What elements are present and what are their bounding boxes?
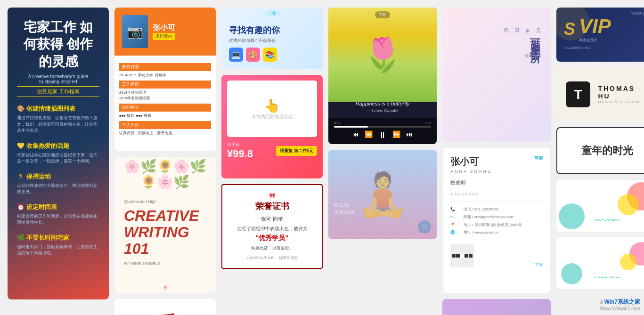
- health-bracket-4: 元: [535, 15, 541, 24]
- fun-title: 寻找有趣的你: [229, 24, 315, 36]
- item-title-1: 🎨 创建情绪插图列表: [17, 105, 99, 113]
- card-fun[interactable]: 下载 寻找有趣的你 优秀的你与我们不谋而合 💻 🎨 📚: [221, 8, 323, 69]
- cert-date: 2020年01月01日: [246, 256, 275, 260]
- card-resume[interactable]: 📷 张小可 求职意向 教育背景 2014-2017 学化大学 传媒学 工作经历 …: [114, 8, 216, 151]
- fun-icon-1: 💻: [229, 48, 243, 62]
- fun-content: 寻找有趣的你 优秀的你与我们不谋而合 💻 🎨 📚: [229, 24, 315, 62]
- card-product[interactable]: 👆 请将商品图拖至此处 到手价 ¥99.8 限量抢 第二件0元: [221, 75, 323, 178]
- health-bracket-3: 本: [524, 15, 531, 24]
- card-girl[interactable]: 🧘 好/生/活 学/型/入/选 ♡: [328, 150, 437, 239]
- next-icon[interactable]: ⏭: [406, 130, 413, 140]
- biz-canva-label: 可画: [535, 262, 543, 267]
- prev-icon[interactable]: ⏮: [352, 130, 359, 140]
- card-creative[interactable]: 🌸🌿🌻🌸🌿🌻🌸🌿 🍁🌺🌼🍁🌺🌼🍁🌺 Quarinwood High CREATI…: [114, 157, 216, 293]
- logo-char: 禾: [154, 310, 177, 315]
- cert-footer: 2020年01月01日 优秀学员团: [230, 255, 314, 260]
- progress-bar[interactable]: [334, 126, 431, 128]
- resume-photo: 📷: [122, 15, 148, 48]
- cert-honor: "优秀学员": [230, 234, 314, 242]
- home-work-item-3: 🏃 保持运动 运动能释放你的大脑创造力，帮助你找到新的灵感。: [17, 172, 99, 195]
- health-bracket-1: 回: [503, 15, 510, 24]
- item-title-2: 💛 收集热爱的话题: [17, 142, 99, 150]
- home-work-item-2: 💛 收集热爱的话题 将那些让你心跳加速的话题记录下来，也许是一篇文章，一段旋律，…: [17, 142, 99, 165]
- home-work-tag: 创意居家 工作指南: [17, 86, 99, 97]
- girl-heart-btn[interactable]: ♡: [418, 220, 431, 234]
- card-logo[interactable]: 禾 一品青禾 YI PIN QING HE 可画: [114, 299, 216, 315]
- card-certificate[interactable]: 🎀 荣誉证书 张可 同学 在经了期组织中表现出色，被评为 "优秀学员" 特发此证…: [221, 184, 323, 269]
- music-background: 🌷: [328, 8, 437, 102]
- drag-icon: 👆: [264, 98, 280, 113]
- vip-logo: YOUR LOGO: [631, 11, 644, 16]
- resume-body: 教育背景 2014-2017 学化大学 传媒学 工作经历 2014年经验经理 2…: [114, 56, 216, 141]
- card-health[interactable]: 回 日 本 元 可画养生会所 健康相伴: [442, 8, 551, 142]
- home-work-item-4: ⏰ 设定时间表 制定合理的工作时间表，让创意在规律的生活中蓬勃生长。: [17, 203, 99, 226]
- gallery: 宅家工作 如何获得 创作的灵感 A creative homebody's gu…: [0, 0, 644, 315]
- placeholder-text: 请将商品图拖至此处: [251, 113, 293, 120]
- resume-badge: 求职意向: [153, 33, 175, 40]
- work-row-2: 2019年资深级经理: [119, 96, 211, 101]
- price-area: 到手价 ¥99.8: [227, 142, 253, 160]
- card-circles-1[interactable]: 〰〰〰: [556, 180, 644, 232]
- floral-top: 🌸🌿🌻🌸🌿🌻🌸🌿 🍁🌺🌼🍁🌺🌼🍁🌺: [114, 157, 216, 190]
- biz-address: 地址 / 深圳市南山区金色房业001号: [464, 222, 522, 228]
- card-home-work[interactable]: 宅家工作 如何获得 创作的灵感 A creative homebody's gu…: [8, 8, 109, 299]
- rewind-icon[interactable]: ⏪: [365, 130, 373, 140]
- home-work-subtitle-en: A creative homebody's guideto staying in…: [17, 74, 99, 84]
- creative-deco: 🌸: [114, 285, 216, 290]
- control-row: ⏮ ⏪ ⏸ ⏩ ⏭: [334, 130, 431, 140]
- home-work-title: 宅家工作 如何获得 创作的灵感: [17, 19, 99, 70]
- resume-header: 📷 张小可 求职意向: [114, 8, 216, 56]
- cert-ribbon: 🎀: [230, 193, 314, 199]
- item-desc-5: 适时走出家门，接触新鲜事物，让灵感在生活的每个角落涌现。: [17, 244, 99, 257]
- qr-code: [450, 244, 474, 267]
- vip-subtitle: 尊贵会员卡: [579, 38, 611, 43]
- thomas-logo-char: T: [574, 87, 582, 102]
- girl-tag-2: 学/型/入/选: [334, 210, 355, 216]
- music-quote: Happiness is a butterfly: [328, 101, 437, 106]
- watermark-title: Win7系统之家: [604, 299, 640, 305]
- health-sub: 健康相伴: [452, 53, 541, 59]
- biz-job-title-en: MASSEUSE: [450, 192, 492, 196]
- card-music[interactable]: 🌷 下载 Happiness is a butterfly — Lewis Ca…: [328, 8, 437, 144]
- health-bracket-2: 日: [514, 15, 520, 24]
- home-work-item-1: 🎨 创建情绪插图列表 通过寻找视觉灵感，让创意在视觉冲击下激发，我们一起探索不同…: [17, 105, 99, 134]
- biz-name: 张小可: [450, 155, 492, 168]
- forward-icon[interactable]: ⏩: [392, 130, 400, 140]
- cert-congrats: 特发此证，以资鼓励。: [230, 245, 314, 251]
- card-circles-2[interactable]: 〰〰〰: [556, 237, 644, 289]
- card-thomas[interactable]: T THOMAS HU DESIGN STUDIO: [556, 67, 644, 121]
- cert-desc: 在经了期组织中表现出色，被评为: [230, 226, 314, 232]
- biz-website: 网址 / www.canva.cn: [464, 229, 498, 236]
- product-image-area: 👆 请将商品图拖至此处: [227, 81, 317, 137]
- resume-name: 张小可: [153, 23, 175, 33]
- biz-top-row: 张小可 ANNA ZHANG 按摩师 MASSEUSE 可画: [450, 155, 543, 196]
- card-bizcard[interactable]: 张小可 ANNA ZHANG 按摩师 MASSEUSE 可画 📞 电话 / 00…: [442, 147, 551, 293]
- music-author: — Lewis Capaldi: [328, 108, 437, 113]
- card-beauty[interactable]: ✿ Sunshine Beauty: [442, 299, 551, 315]
- biz-email: 邮箱 / cnsupport@canva.com: [464, 214, 513, 220]
- time-current: 0:00: [334, 121, 341, 125]
- col-3: 下载 寻找有趣的你 优秀的你与我们不谋而合 💻 🎨 📚 👆 请将商品图拖至此处 …: [221, 8, 323, 269]
- watermark: ⊞ Win7系统之家 Www.Winwin7.com: [599, 298, 640, 311]
- home-work-item-5: 🌿 不要长时间宅家 适时走出家门，接触新鲜事物，让灵感在生活的每个角落涌现。: [17, 234, 99, 257]
- time-display: 0:00 3:27: [334, 121, 431, 125]
- school-name: Quarinwood High: [124, 199, 206, 204]
- price-value: ¥99.8: [227, 148, 253, 160]
- health-bracket-area: 回 日 本 元: [452, 15, 541, 26]
- biz-divider: [450, 201, 543, 202]
- cert-org: 优秀学员团: [279, 256, 298, 260]
- wave-line-1: 〰〰〰: [595, 216, 620, 226]
- wave-line-2: 〰〰〰: [595, 274, 620, 283]
- cert-title: 荣誉证书: [230, 201, 314, 212]
- play-icon[interactable]: ⏸: [378, 130, 387, 140]
- watermark-url: Www.Winwin7.com: [599, 306, 640, 311]
- circle-teal-2: [561, 263, 582, 284]
- card-childhood[interactable]: 童年的时光: [556, 127, 644, 174]
- biz-address-row: 📍 地址 / 深圳市南山区金色房业001号: [450, 222, 543, 228]
- card-vip[interactable]: YOUR LOGO S VIP 尊贵会员卡 No.2245678987: [556, 8, 644, 62]
- thomas-logo-box: T: [566, 81, 590, 107]
- col-6: YOUR LOGO S VIP 尊贵会员卡 No.2245678987 T TH…: [556, 8, 644, 289]
- circle-yellow: [618, 194, 639, 215]
- music-controls: 0:00 3:27 ⏮ ⏪ ⏸ ⏩ ⏭: [328, 118, 437, 144]
- girl-tags: 好/生/活 学/型/入/选: [334, 202, 355, 216]
